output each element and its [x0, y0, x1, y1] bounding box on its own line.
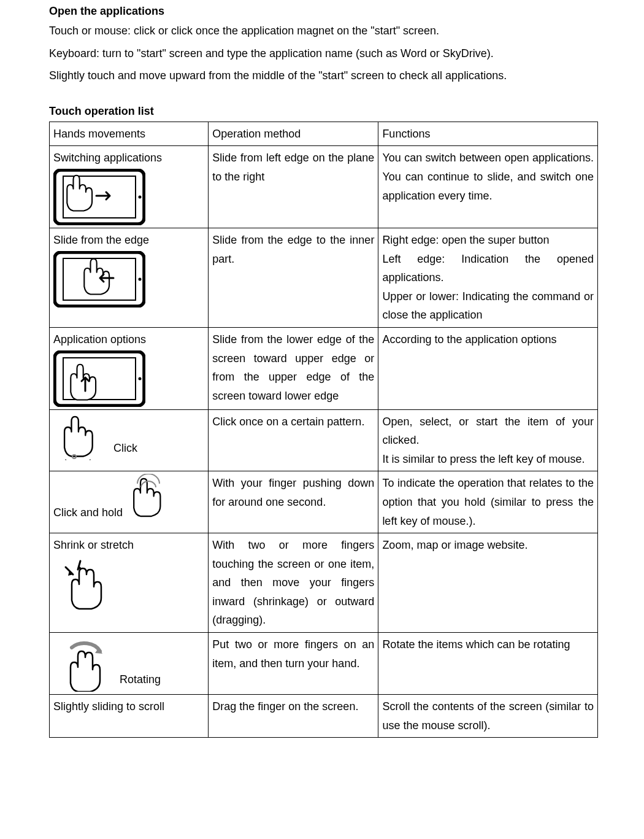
table-row: Click and hold With your finger pushing … — [50, 471, 598, 533]
table-row: Click Click once on a certain pattern. O… — [50, 409, 598, 471]
method-cell: With two or more fingers touching the sc… — [209, 533, 378, 633]
method-cell: Slide from the edge to the inner part. — [209, 228, 378, 327]
switching-apps-icon — [53, 169, 145, 225]
gesture-label: Slide from the edge — [53, 231, 204, 250]
method-cell: With your finger pushing down for around… — [209, 471, 378, 533]
table-row: Rotating Put two or more fingers on an i… — [50, 633, 598, 695]
open-paragraph-1: Touch or mouse: click or click once the … — [49, 21, 598, 41]
heading-touch-list: Touch operation list — [49, 105, 598, 118]
click-hold-icon — [128, 474, 175, 524]
method-cell: Click once on a certain pattern. — [209, 409, 378, 471]
open-paragraph-2: Keyboard: turn to "start" screen and typ… — [49, 44, 598, 63]
gesture-label: Application options — [53, 330, 204, 349]
gesture-label: Rotating — [120, 670, 161, 692]
table-row: Application options Slide from the lower… — [50, 327, 598, 409]
rotate-icon — [53, 635, 115, 692]
method-cell: Slide from left edge on the plane to the… — [209, 146, 378, 228]
click-icon — [53, 412, 109, 460]
method-cell: Slide from the lower edge of the screen … — [209, 327, 378, 409]
function-cell: You can switch between open applications… — [378, 146, 598, 228]
table-row: Slightly sliding to scroll Drag the fing… — [50, 695, 598, 738]
function-cell: To indicate the operation that relates t… — [378, 471, 598, 533]
table-row: Slide from the edge Slide from the edge … — [50, 228, 598, 327]
gesture-label: Click and hold — [53, 503, 123, 525]
method-cell: Drag the finger on the screen. — [209, 695, 378, 738]
table-row: Shrink or stretch With two or more finge… — [50, 533, 598, 633]
app-options-icon — [53, 350, 145, 407]
function-cell: Zoom, map or image website. — [378, 533, 598, 633]
header-hands: Hands movements — [50, 122, 209, 146]
gesture-label: Click — [113, 439, 137, 460]
gesture-label: Switching applications — [53, 149, 204, 168]
function-cell: Rotate the items which can be rotating — [378, 633, 598, 695]
heading-open-applications: Open the applications — [49, 5, 598, 18]
function-cell: Open, select, or start the item of your … — [378, 409, 598, 471]
header-method: Operation method — [209, 122, 378, 146]
method-cell: Put two or more fingers on an item, and … — [209, 633, 378, 695]
header-functions: Functions — [378, 122, 598, 146]
function-cell: According to the application options — [378, 327, 598, 409]
table-row: Switching applications Slide from left e… — [50, 146, 598, 228]
document-page: Open the applications Touch or mouse: cl… — [0, 0, 644, 738]
open-paragraph-3: Slightly touch and move upward from the … — [49, 66, 598, 85]
table-header-row: Hands movements Operation method Functio… — [50, 122, 598, 146]
function-cell: Scroll the contents of the screen (simil… — [378, 695, 598, 738]
function-cell: Right edge: open the super buttonLeft ed… — [378, 228, 598, 327]
gesture-label: Slightly sliding to scroll — [50, 695, 209, 738]
touch-operation-table: Hands movements Operation method Functio… — [49, 122, 598, 738]
slide-edge-icon — [53, 251, 145, 307]
gesture-label: Shrink or stretch — [53, 536, 204, 555]
pinch-icon — [53, 556, 121, 611]
